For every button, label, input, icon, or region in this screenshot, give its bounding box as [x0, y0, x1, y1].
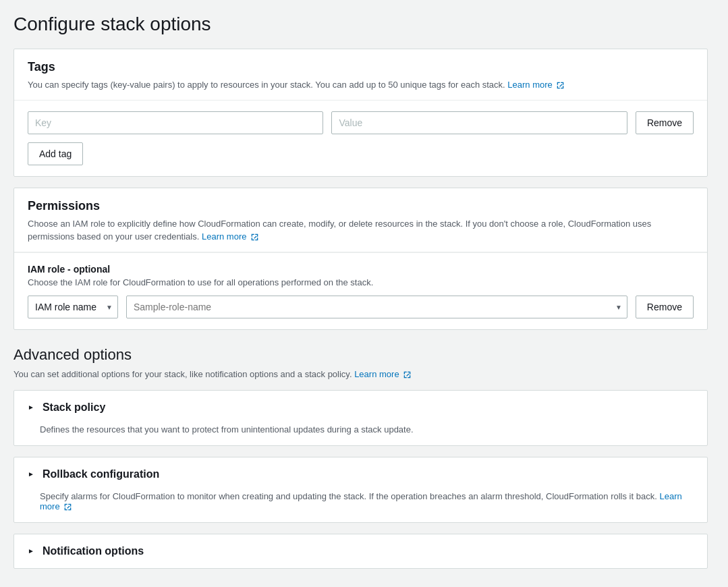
stack-policy-title: Stack policy	[43, 401, 105, 414]
permissions-desc-text: Choose an IAM role to explicitly define …	[28, 219, 651, 242]
tag-value-input[interactable]	[331, 111, 627, 134]
tags-section-header: Tags You can specify tags (key-value pai…	[14, 49, 707, 101]
tags-section-card: Tags You can specify tags (key-value pai…	[13, 49, 708, 177]
notification-options-title: Notification options	[43, 545, 144, 557]
advanced-learn-more-link[interactable]: Learn more	[354, 369, 399, 379]
iam-role-name-select-wrapper: IAM role name ▼	[28, 296, 118, 318]
advanced-desc-text: You can set additional options for your …	[13, 369, 352, 379]
stack-policy-desc: Defines the resources that you want to p…	[14, 424, 707, 445]
rollback-learn-link[interactable]: Learn	[659, 491, 681, 501]
rollback-config-desc: Specify alarms for CloudFormation to mon…	[14, 491, 707, 522]
iam-row: IAM role name ▼ ▼ Remove	[28, 296, 694, 318]
permissions-learn-more-external-icon	[251, 233, 258, 241]
stack-policy-section: ► Stack policy Defines the resources tha…	[13, 390, 708, 446]
permissions-inner-body: IAM role - optional Choose the IAM role …	[14, 252, 707, 329]
page-title: Configure stack options	[13, 13, 708, 35]
permissions-learn-more-link[interactable]: Learn more	[202, 231, 246, 242]
stack-policy-toggle-icon: ►	[28, 403, 34, 411]
role-remove-button[interactable]: Remove	[636, 296, 694, 318]
role-name-input[interactable]	[126, 296, 627, 318]
permissions-section-title: Permissions	[28, 199, 694, 213]
page-container: Configure stack options Tags You can spe…	[0, 0, 728, 587]
iam-role-desc: Choose the IAM role for CloudFormation t…	[28, 277, 694, 287]
tag-row: Remove	[28, 111, 694, 134]
stack-policy-header[interactable]: ► Stack policy	[14, 391, 707, 424]
rollback-config-section: ► Rollback configuration Specify alarms …	[13, 457, 708, 523]
rollback-external-icon	[64, 503, 72, 511]
iam-role-label: IAM role - optional	[28, 264, 694, 275]
advanced-options-desc: You can set additional options for your …	[13, 369, 708, 379]
rollback-config-header[interactable]: ► Rollback configuration	[14, 457, 707, 491]
notification-options-section: ► Notification options	[13, 534, 708, 569]
notification-toggle-icon: ►	[28, 547, 34, 555]
rollback-config-title: Rollback configuration	[43, 468, 159, 480]
add-tag-button[interactable]: Add tag	[28, 142, 83, 165]
tags-section-desc: You can specify tags (key-value pairs) t…	[28, 78, 694, 92]
permissions-section-desc: Choose an IAM role to explicitly define …	[28, 217, 694, 244]
rollback-desc-text: Specify alarms for CloudFormation to mon…	[40, 491, 657, 501]
rollback-more-link[interactable]: more	[40, 501, 72, 511]
tags-learn-more-external-icon	[557, 82, 564, 89]
tags-section-body: Remove Add tag	[14, 101, 707, 176]
permissions-section-card: Permissions Choose an IAM role to explic…	[13, 188, 708, 330]
rollback-more-text: more	[40, 501, 60, 511]
tags-learn-more-link[interactable]: Learn more	[507, 80, 552, 90]
rollback-toggle-icon: ►	[28, 470, 34, 478]
tag-remove-button[interactable]: Remove	[636, 111, 694, 134]
tags-desc-text: You can specify tags (key-value pairs) t…	[28, 80, 505, 90]
advanced-learn-more-external-icon	[403, 371, 411, 379]
iam-role-name-select[interactable]: IAM role name	[28, 296, 118, 318]
advanced-options-title: Advanced options	[13, 346, 708, 364]
role-input-wrapper: ▼	[126, 296, 627, 318]
tag-key-input[interactable]	[28, 111, 323, 134]
notification-options-header[interactable]: ► Notification options	[14, 534, 707, 568]
tags-section-title: Tags	[28, 60, 694, 74]
permissions-section-header: Permissions Choose an IAM role to explic…	[14, 188, 707, 252]
